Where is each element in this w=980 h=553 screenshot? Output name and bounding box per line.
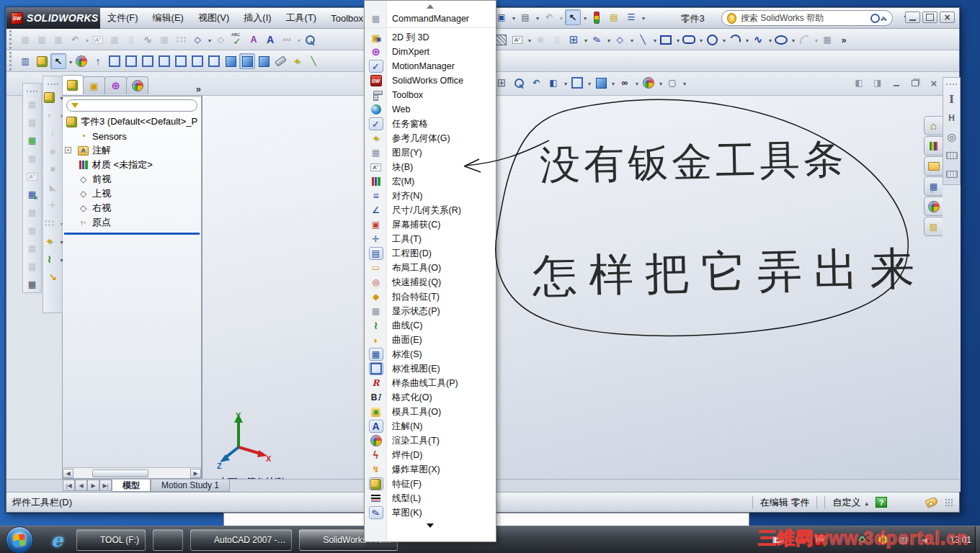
selarrow-icon[interactable] bbox=[565, 9, 581, 25]
refgeom-icon[interactable] bbox=[289, 53, 305, 69]
kbd-icon[interactable] bbox=[944, 148, 960, 163]
task-pane-tab[interactable] bbox=[924, 136, 943, 156]
smartdim-icon[interactable] bbox=[213, 32, 228, 48]
first-tab-icon[interactable]: |◀ bbox=[63, 480, 75, 491]
trimH-icon[interactable] bbox=[944, 110, 960, 126]
polygon-icon[interactable] bbox=[819, 32, 835, 48]
tree-filter-input[interactable] bbox=[66, 99, 197, 112]
menu-item[interactable]: 块(B) bbox=[365, 160, 496, 174]
tree-item[interactable]: 上视 bbox=[63, 186, 201, 201]
blockA-icon[interactable] bbox=[90, 32, 106, 48]
splitL-icon[interactable] bbox=[851, 75, 867, 91]
tree-root-item[interactable]: 零件3 (Default<<Default>_P bbox=[63, 114, 201, 129]
smartdim-icon[interactable] bbox=[190, 32, 205, 48]
print-icon[interactable] bbox=[517, 9, 533, 25]
refgeom-icon[interactable] bbox=[42, 233, 58, 249]
scroll-left-icon[interactable]: ◀ bbox=[63, 469, 74, 478]
wirecube-icon[interactable] bbox=[107, 53, 122, 69]
more-tabs-chevron-icon[interactable]: » bbox=[196, 84, 201, 94]
tbl-icon[interactable] bbox=[156, 32, 172, 48]
menu-item[interactable]: 爆炸草图(X) bbox=[365, 462, 496, 477]
spline-icon[interactable] bbox=[750, 32, 766, 48]
task-pane-tab[interactable] bbox=[924, 156, 943, 176]
menu-item[interactable]: 宏(M) bbox=[365, 174, 496, 189]
rollback-bar[interactable] bbox=[64, 233, 200, 235]
rect-icon[interactable] bbox=[658, 32, 674, 48]
menu-scroll-down-icon[interactable] bbox=[365, 520, 496, 531]
menu-item[interactable]: 对齐(N) bbox=[365, 189, 496, 203]
tree-item[interactable]: 注解 bbox=[63, 143, 201, 158]
wirecube-icon[interactable] bbox=[206, 53, 222, 69]
internet-explorer-icon[interactable] bbox=[45, 528, 69, 552]
instant3d-icon[interactable] bbox=[45, 269, 61, 285]
menu-item[interactable]: 尺寸/几何关系(R) bbox=[365, 203, 496, 217]
cubeS-icon[interactable] bbox=[45, 161, 61, 177]
chev-icon[interactable] bbox=[836, 32, 852, 48]
tblcolored-icon[interactable] bbox=[24, 132, 40, 148]
tree-item[interactable]: Sensors bbox=[63, 129, 201, 143]
tree-item[interactable]: 右视 bbox=[63, 201, 201, 215]
customize-button[interactable]: 自定义 bbox=[832, 496, 868, 509]
task-pane-tab[interactable] bbox=[924, 116, 943, 135]
tbl-icon[interactable] bbox=[24, 114, 40, 130]
menu-item[interactable]: 显示状态(P) bbox=[365, 304, 496, 318]
arc-icon[interactable] bbox=[727, 32, 743, 48]
section-icon[interactable] bbox=[545, 75, 561, 91]
props-icon[interactable] bbox=[606, 9, 622, 25]
menu-item[interactable]: 2D 到 3D bbox=[365, 30, 496, 45]
tblX-icon[interactable] bbox=[24, 186, 40, 202]
menu-item[interactable]: 焊件(D) bbox=[365, 448, 496, 462]
centermark-icon[interactable] bbox=[533, 32, 548, 48]
search-icon[interactable] bbox=[868, 12, 881, 24]
dots-icon[interactable] bbox=[42, 215, 58, 231]
smartdim-icon[interactable] bbox=[612, 32, 628, 48]
tbl-icon[interactable] bbox=[107, 32, 122, 48]
line-icon[interactable] bbox=[635, 32, 651, 48]
menu-item[interactable]: 图层(Y) bbox=[365, 145, 496, 160]
menu-item[interactable]: 曲线(C) bbox=[365, 318, 496, 333]
tbldark-icon[interactable] bbox=[24, 276, 40, 292]
close-button[interactable] bbox=[940, 12, 955, 23]
menu-item[interactable]: 注解(N) bbox=[365, 419, 496, 433]
menu-item[interactable]: 渲染工具(T) bbox=[365, 433, 496, 448]
restw-icon[interactable] bbox=[907, 75, 923, 91]
wirecube-icon[interactable] bbox=[140, 53, 156, 69]
tab-motion-study[interactable]: Motion Study 1 bbox=[151, 480, 230, 492]
tab-configurations[interactable] bbox=[83, 76, 105, 94]
menu-item[interactable]: CommandManager bbox=[365, 12, 496, 28]
curve-icon[interactable] bbox=[42, 251, 58, 267]
show-desktop-button[interactable] bbox=[975, 526, 980, 553]
upaxis-icon[interactable] bbox=[90, 53, 106, 69]
splitR-icon[interactable] bbox=[870, 75, 886, 91]
slot-icon[interactable] bbox=[681, 32, 697, 48]
start-button[interactable] bbox=[6, 526, 33, 553]
expand-icon[interactable] bbox=[65, 147, 71, 153]
tbl-icon[interactable] bbox=[34, 32, 50, 48]
prev-tab-icon[interactable]: ◀ bbox=[75, 480, 87, 491]
wirecube-icon[interactable] bbox=[156, 53, 172, 69]
undo-icon[interactable] bbox=[541, 9, 557, 25]
menu-item[interactable]: 曲面(E) bbox=[365, 333, 496, 347]
blockA-icon[interactable] bbox=[509, 32, 525, 48]
menu-item[interactable]: 扣合特征(T) bbox=[365, 289, 496, 304]
dots-icon[interactable] bbox=[173, 32, 189, 48]
shadedcube-icon[interactable] bbox=[593, 75, 609, 91]
wirecube-icon[interactable] bbox=[569, 75, 585, 91]
menu-item[interactable]: 工具(T) bbox=[279, 8, 324, 29]
colorball-icon[interactable] bbox=[74, 53, 89, 69]
zoom1-icon[interactable] bbox=[302, 32, 318, 48]
menu-item[interactable]: Toolbox bbox=[365, 88, 496, 102]
last-tab-icon[interactable]: ▶| bbox=[99, 480, 112, 491]
menu-item[interactable]: 标准(S) bbox=[365, 347, 496, 361]
search-input[interactable]: 搜索 SolidWorks 帮助 bbox=[721, 10, 893, 26]
help-status-icon[interactable]: ? bbox=[876, 497, 887, 508]
shadedcube-icon[interactable] bbox=[239, 53, 255, 69]
menu-item[interactable]: 格式化(O) bbox=[365, 390, 496, 405]
tab-appearances[interactable] bbox=[126, 76, 148, 94]
tree-item[interactable]: 原点 bbox=[63, 215, 201, 230]
menu-item[interactable]: 线型(L) bbox=[365, 491, 496, 505]
tbl-icon[interactable] bbox=[24, 258, 40, 274]
greenline-icon[interactable] bbox=[306, 53, 321, 69]
minw-icon[interactable] bbox=[888, 75, 904, 91]
scroll-thumb[interactable] bbox=[92, 469, 148, 477]
